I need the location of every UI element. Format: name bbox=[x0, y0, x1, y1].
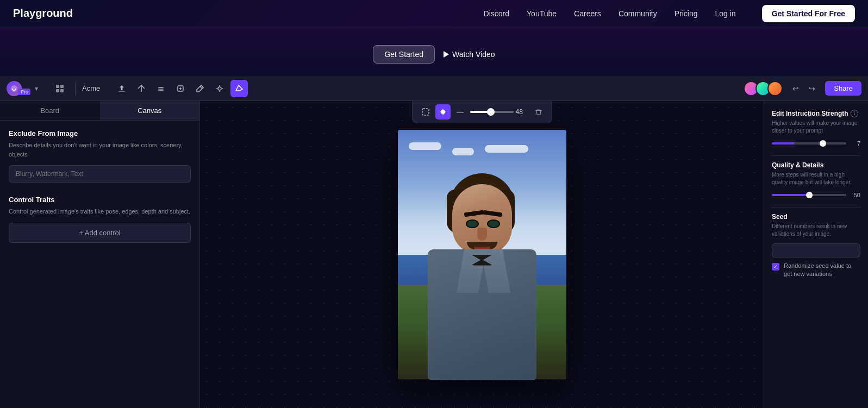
control-traits-desc: Control generated image's traits like po… bbox=[9, 207, 191, 216]
eye-left bbox=[466, 219, 479, 228]
erase-icon[interactable] bbox=[230, 80, 248, 97]
nose bbox=[477, 228, 487, 241]
svg-rect-1 bbox=[56, 85, 59, 88]
randomize-row: ✓ Randomize seed value to get new variat… bbox=[772, 262, 860, 279]
upload-icon[interactable] bbox=[113, 80, 130, 97]
sidebar-tabs: Board Canvas bbox=[0, 101, 199, 121]
nav-community[interactable]: Community bbox=[619, 9, 657, 18]
svg-rect-11 bbox=[422, 109, 429, 115]
quality-slider-row: 50 bbox=[772, 192, 860, 198]
canvas-delete-button[interactable] bbox=[531, 104, 546, 120]
eyebrow-left bbox=[464, 210, 484, 217]
face bbox=[452, 184, 512, 255]
svg-rect-3 bbox=[56, 89, 59, 92]
randomize-label: Randomize seed value to get new variatio… bbox=[784, 262, 860, 279]
nav-careers[interactable]: Careers bbox=[574, 9, 601, 18]
right-sidebar: Edit Instruction Strength i Higher value… bbox=[764, 101, 868, 408]
share-button[interactable]: Share bbox=[825, 81, 861, 96]
hero-watch-label: Watch Video bbox=[452, 50, 495, 59]
svg-point-10 bbox=[218, 87, 221, 90]
canvas-line-icon[interactable]: — bbox=[453, 104, 468, 120]
eyebrow-right bbox=[482, 210, 502, 217]
left-sidebar: Board Canvas Exclude From Image Describe… bbox=[0, 101, 200, 408]
quality-title: Quality & Details bbox=[772, 161, 860, 169]
eye-right bbox=[487, 219, 500, 228]
hero-get-started-button[interactable]: Get Started bbox=[373, 45, 435, 64]
nav-pricing[interactable]: Pricing bbox=[675, 9, 698, 18]
toolbar-right-section: ↩ ↪ Share bbox=[744, 81, 861, 96]
seed-desc: Different numbers result in new variatio… bbox=[772, 223, 860, 238]
layers-icon[interactable] bbox=[152, 80, 170, 97]
figure bbox=[422, 173, 542, 380]
redo-button[interactable]: ↪ bbox=[804, 81, 820, 96]
editor-toolbar: Pro ▾ Acme bbox=[0, 76, 868, 101]
right-divider-2 bbox=[772, 207, 860, 208]
toolbar-divider bbox=[75, 82, 76, 95]
portrait-scene bbox=[398, 130, 566, 380]
exclude-title: Exclude From Image bbox=[9, 129, 191, 137]
seed-input[interactable] bbox=[772, 243, 860, 258]
svg-rect-5 bbox=[118, 91, 125, 92]
toolbar-logo-area: Pro ▾ bbox=[7, 81, 38, 96]
svg-point-12 bbox=[441, 110, 445, 114]
undo-redo-group: ↩ ↪ bbox=[788, 81, 820, 96]
add-icon[interactable] bbox=[172, 80, 189, 97]
svg-rect-7 bbox=[158, 89, 164, 90]
edit-instruction-info-icon[interactable]: i bbox=[851, 110, 858, 117]
avatar-3 bbox=[767, 81, 783, 96]
svg-rect-4 bbox=[60, 89, 64, 92]
right-divider-1 bbox=[772, 155, 860, 156]
canvas-selection-icon[interactable] bbox=[418, 104, 433, 120]
project-name: Acme bbox=[82, 84, 100, 92]
randomize-checkbox[interactable]: ✓ bbox=[772, 263, 779, 271]
tab-canvas[interactable]: Canvas bbox=[100, 101, 200, 120]
control-traits-title: Control Traits bbox=[9, 196, 191, 204]
canvas-slider-value: 48 bbox=[516, 108, 529, 116]
svg-rect-8 bbox=[158, 90, 164, 91]
nav-youtube[interactable]: YouTube bbox=[527, 9, 557, 18]
nav-discord[interactable]: Discord bbox=[484, 9, 509, 18]
canvas-brush-size-slider[interactable] bbox=[470, 111, 514, 113]
nav-login[interactable]: Log in bbox=[715, 9, 735, 18]
canvas-mini-toolbar: — 48 bbox=[412, 101, 552, 123]
brush-settings-icon[interactable] bbox=[211, 80, 228, 97]
tab-board[interactable]: Board bbox=[0, 101, 100, 120]
hero-section: Get Started Watch Video bbox=[0, 27, 868, 81]
pen-icon[interactable] bbox=[191, 80, 209, 97]
body bbox=[428, 249, 536, 380]
get-started-button[interactable]: Get Started For Free bbox=[762, 5, 855, 22]
head bbox=[447, 173, 517, 255]
svg-point-0 bbox=[11, 85, 17, 92]
canvas-brush-icon[interactable] bbox=[435, 104, 451, 120]
nav-links: Discord YouTube Careers Community Pricin… bbox=[484, 5, 855, 22]
quality-value: 50 bbox=[850, 192, 860, 198]
edit-instruction-slider[interactable] bbox=[772, 142, 846, 145]
quality-slider[interactable] bbox=[772, 194, 846, 196]
account-chevron-icon[interactable]: ▾ bbox=[35, 85, 38, 92]
layout-icon[interactable] bbox=[51, 80, 68, 97]
clouds bbox=[398, 142, 566, 155]
avatar-group bbox=[744, 81, 783, 96]
nav-logo: Playground bbox=[13, 7, 73, 20]
svg-rect-2 bbox=[60, 85, 64, 88]
send-icon[interactable] bbox=[133, 80, 150, 97]
canvas-area[interactable]: — 48 bbox=[200, 101, 764, 408]
slider-wrap bbox=[470, 111, 514, 113]
edit-instruction-value: 7 bbox=[850, 140, 860, 147]
edit-instruction-desc: Higher values will make your image close… bbox=[772, 120, 860, 135]
top-navigation: Playground Discord YouTube Careers Commu… bbox=[0, 0, 868, 27]
undo-button[interactable]: ↩ bbox=[788, 81, 803, 96]
cloud-1 bbox=[409, 142, 441, 150]
toolbar-icon-group bbox=[113, 80, 248, 97]
play-icon bbox=[444, 51, 449, 58]
add-control-button[interactable]: + Add control bbox=[9, 223, 191, 243]
exclude-desc: Describe details you don't want in your … bbox=[9, 141, 191, 159]
pro-badge: Pro bbox=[18, 89, 30, 95]
edit-instruction-slider-row: 7 bbox=[772, 140, 860, 147]
main-image bbox=[398, 130, 566, 380]
cloud-3 bbox=[485, 145, 528, 153]
hero-watch-video[interactable]: Watch Video bbox=[444, 50, 495, 59]
seed-title: Seed bbox=[772, 213, 860, 221]
exclude-input[interactable] bbox=[9, 165, 191, 183]
svg-rect-6 bbox=[158, 87, 164, 88]
